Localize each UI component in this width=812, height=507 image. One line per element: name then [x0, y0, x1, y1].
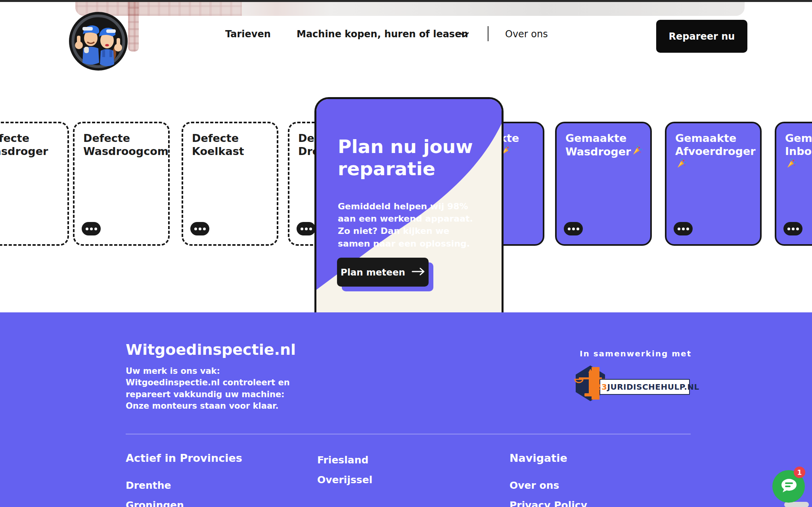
ellipsis-button[interactable] [190, 222, 209, 235]
juridischehulp-logo-wordmark[interactable]: 123JURIDISCHEHULP.NL [599, 379, 690, 395]
made-card[interactable]: Gemaakte Inbouwdroger [775, 122, 812, 246]
footer-link-privacy-policy[interactable]: Privacy Policy [509, 499, 587, 507]
chevron-down-icon[interactable] [459, 32, 469, 40]
card-title: Gemaakte Wasdroger [565, 132, 631, 158]
card-title: Defecte Wasdroger [0, 132, 64, 158]
footer-brand-title: Witgoedinspectie.nl [126, 341, 296, 358]
hero-photo-sliver [128, 0, 139, 52]
hero-photo [75, 0, 745, 16]
footer-heading-navigatie: Navigatie [509, 452, 567, 464]
repareer-nu-button[interactable]: Repareer nu [656, 20, 747, 53]
chat-bubble-icon [779, 477, 798, 496]
party-popper-icon [632, 145, 643, 159]
chat-unread-badge: 1 [794, 467, 805, 478]
plan-meteen-label: Plan meteen [341, 267, 405, 277]
logo-name: JURIDISCHEHULP.NL [607, 382, 699, 392]
plan-card-title: Plan nu jouw reparatie [338, 136, 481, 180]
nav-link-tarieven[interactable]: Tarieven [225, 29, 271, 40]
defect-card[interactable]: Defecte Koelkast [182, 122, 278, 246]
brand-logo[interactable] [68, 11, 128, 71]
ellipsis-button[interactable] [783, 222, 802, 235]
ellipsis-button[interactable] [82, 222, 101, 235]
footer-link-drenthe[interactable]: Drenthe [126, 480, 171, 491]
nav-link-over-ons[interactable]: Over ons [505, 29, 548, 40]
party-popper-icon [786, 158, 797, 172]
plan-reparatie-card: Plan nu jouw reparatie Gemiddeld helpen … [314, 97, 504, 313]
ellipsis-button[interactable] [674, 222, 693, 235]
arrow-right-icon [412, 267, 425, 277]
card-title: Gemaakte Inbouwdroger [785, 132, 812, 157]
footer-description: Uw merk is ons vak: Witgoedinspectie.nl … [126, 365, 302, 412]
nav-divider [488, 26, 488, 41]
page: Tarieven Machine kopen, huren of leasen … [0, 0, 812, 507]
card-title: Defecte Wasdroogcombinatie [83, 132, 165, 158]
card-title: Gemaakte Afvoerdroger [675, 132, 756, 157]
defect-card[interactable]: Defecte Wasdroger [0, 122, 69, 246]
footer: Witgoedinspectie.nl Uw merk is ons vak: … [0, 312, 812, 507]
ellipsis-button[interactable] [297, 222, 316, 235]
hero-photo-wash [75, 0, 745, 16]
partner-label: In samenwerking met [580, 349, 691, 358]
nav-link-machine-kopen[interactable]: Machine kopen, huren of leasen [297, 29, 468, 40]
card-title: Defecte Koelkast [192, 132, 273, 158]
footer-link-overijssel[interactable]: Overijssel [317, 474, 372, 486]
footer-heading-provincies: Actief in Provincies [126, 452, 242, 464]
party-popper-icon [676, 158, 687, 172]
plan-card-body: Gemiddeld helpen wij 98% aan een werkend… [338, 200, 479, 250]
ellipsis-button[interactable] [564, 222, 583, 235]
made-card[interactable]: Gemaakte Afvoerdroger [665, 122, 762, 246]
logo-prefix: 123 [590, 382, 607, 392]
plan-meteen-button[interactable]: Plan meteen [337, 258, 429, 287]
top-dark-bar [0, 0, 812, 2]
footer-link-groningen[interactable]: Groningen [126, 499, 184, 507]
footer-link-friesland[interactable]: Friesland [317, 454, 368, 466]
made-card[interactable]: Gemaakte Wasdroger [555, 122, 652, 246]
footer-divider [126, 434, 691, 434]
footer-link-over-ons[interactable]: Over ons [509, 480, 559, 491]
defect-card[interactable]: Defecte Wasdroogcombinatie [73, 122, 170, 246]
